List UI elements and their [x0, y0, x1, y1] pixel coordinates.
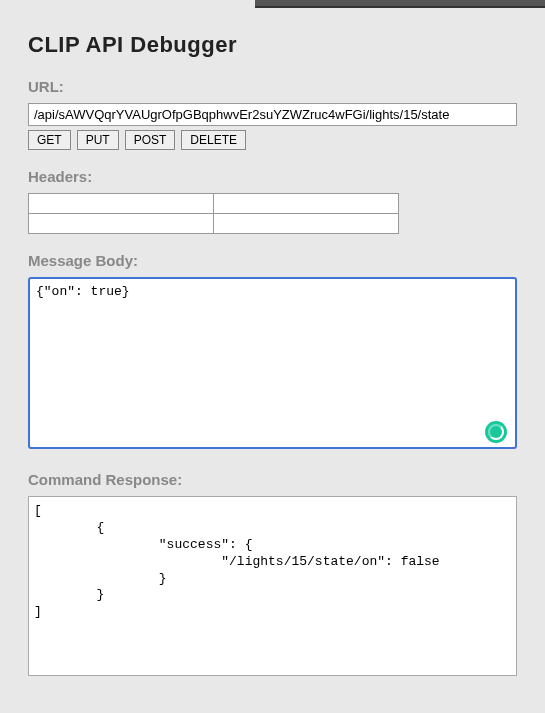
- delete-button[interactable]: DELETE: [181, 130, 246, 150]
- table-row: [29, 214, 399, 234]
- url-input[interactable]: [28, 103, 517, 126]
- page-title: CLIP API Debugger: [28, 32, 517, 58]
- method-button-row: GET PUT POST DELETE: [28, 130, 517, 150]
- response-label: Command Response:: [28, 471, 517, 488]
- headers-table: [28, 193, 399, 234]
- header-key-input[interactable]: [29, 214, 213, 233]
- window-chrome-fragment: [255, 0, 545, 8]
- header-value-input[interactable]: [214, 214, 398, 233]
- response-output: [ { "success": { "/lights/15/state/on": …: [28, 496, 517, 676]
- put-button[interactable]: PUT: [77, 130, 119, 150]
- message-body-textarea[interactable]: [28, 277, 517, 449]
- loading-spinner-icon: [485, 421, 507, 443]
- body-label: Message Body:: [28, 252, 517, 269]
- get-button[interactable]: GET: [28, 130, 71, 150]
- url-label: URL:: [28, 78, 517, 95]
- post-button[interactable]: POST: [125, 130, 176, 150]
- main-container: CLIP API Debugger URL: GET PUT POST DELE…: [0, 0, 545, 676]
- table-row: [29, 194, 399, 214]
- header-value-input[interactable]: [214, 194, 398, 213]
- headers-label: Headers:: [28, 168, 517, 185]
- header-key-input[interactable]: [29, 194, 213, 213]
